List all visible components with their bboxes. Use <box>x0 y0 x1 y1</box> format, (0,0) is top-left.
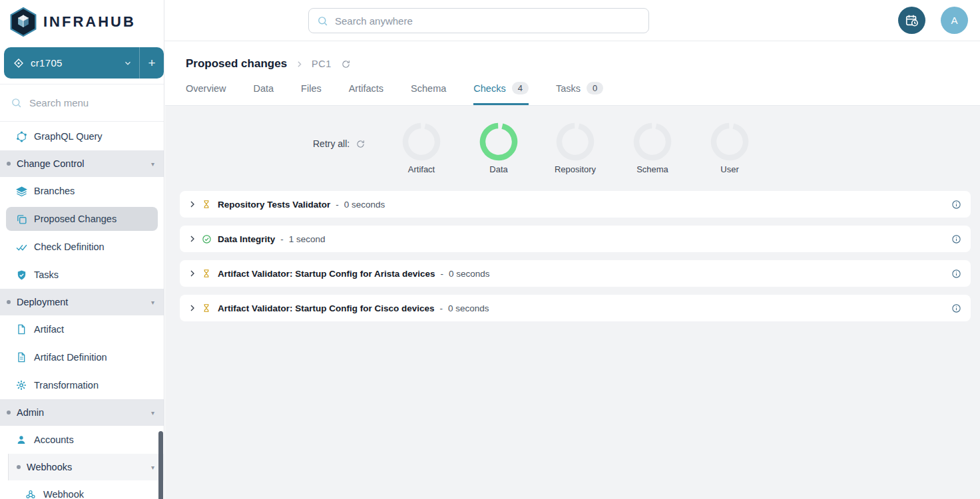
tab-files[interactable]: Files <box>301 75 322 105</box>
progress-ring-icon <box>402 122 441 161</box>
sidebar-scrollbar[interactable] <box>158 431 163 499</box>
sidebar-item-artifact[interactable]: Artifact <box>0 315 164 343</box>
tab-label: Tasks <box>556 83 581 94</box>
tab-label: Files <box>301 83 322 94</box>
category-label: Schema <box>636 164 668 174</box>
check-category-repository[interactable]: Repository <box>556 122 595 174</box>
chevron-right-icon[interactable] <box>187 199 198 210</box>
chevron-right-icon[interactable] <box>187 303 198 313</box>
sidebar-item-label: Artifact <box>34 324 64 335</box>
sidebar-nav: GraphQL Query Change Control ▾ Branches … <box>0 122 164 499</box>
sidebar-search-input[interactable]: Search menu <box>0 84 164 122</box>
global-search-input[interactable]: Search anywhere <box>308 8 649 33</box>
layers-icon <box>16 186 27 197</box>
sidebar-item-label: Tasks <box>34 269 59 280</box>
sidebar-section-change-control[interactable]: Change Control ▾ <box>0 150 164 177</box>
validator-duration: 0 seconds <box>449 269 490 279</box>
sidebar-item-tasks[interactable]: Tasks <box>0 261 164 289</box>
sidebar-search-placeholder: Search menu <box>29 97 89 108</box>
sidebar-item-graphql-query[interactable]: GraphQL Query <box>0 122 164 150</box>
calendar-clock-icon <box>905 13 919 28</box>
tab-label: Schema <box>411 83 446 94</box>
sidebar: INFRAHUB cr1705 + Search menu GraphQL Qu… <box>0 0 164 499</box>
tab-data[interactable]: Data <box>253 75 274 105</box>
refresh-icon[interactable] <box>356 139 366 149</box>
progress-ring-icon <box>633 122 672 161</box>
retry-all: Retry all: <box>313 138 366 149</box>
infrahub-logo-icon <box>9 7 37 37</box>
avatar[interactable]: A <box>941 7 968 34</box>
chevron-right-icon[interactable] <box>187 268 198 279</box>
sidebar-section-deployment[interactable]: Deployment ▾ <box>0 289 164 315</box>
validator-name: Artifact Validator: Startup Config for A… <box>218 269 435 279</box>
topbar: Search anywhere A <box>164 0 980 41</box>
check-category-artifact[interactable]: Artifact <box>402 122 441 174</box>
sidebar-section-admin[interactable]: Admin ▾ <box>0 399 164 426</box>
progress-ring-icon <box>710 122 749 161</box>
tab-overview[interactable]: Overview <box>186 75 226 105</box>
breadcrumb-item[interactable]: PC1 <box>312 59 332 69</box>
copy-icon <box>16 214 27 225</box>
shield-check-icon <box>16 269 27 281</box>
sidebar-item-accounts[interactable]: Accounts <box>0 426 164 454</box>
validator-duration: 0 seconds <box>344 200 385 210</box>
bullet-icon <box>17 465 21 469</box>
create-branch-button[interactable]: + <box>140 56 164 71</box>
time-travel-button[interactable] <box>898 7 925 34</box>
sidebar-section-label: Webhooks <box>27 462 72 472</box>
info-icon[interactable] <box>951 200 961 210</box>
chevron-right-icon <box>295 60 304 69</box>
sidebar-item-label: Check Definition <box>34 242 105 252</box>
chevron-down-icon: ▾ <box>151 464 154 471</box>
sidebar-item-branches[interactable]: Branches <box>0 177 164 205</box>
tab-bar: Overview Data Files Artifacts Schema Che… <box>186 75 603 105</box>
validator-row: Repository Tests Validator - 0 seconds <box>180 191 971 218</box>
branch-selector[interactable]: cr1705 + <box>4 47 164 79</box>
sidebar-item-label: Proposed Changes <box>34 214 117 224</box>
sidebar-section-label: Deployment <box>17 297 68 307</box>
tab-artifacts[interactable]: Artifacts <box>349 75 383 105</box>
sidebar-section-webhooks[interactable]: Webhooks ▾ <box>8 454 164 480</box>
separator: - <box>336 200 339 210</box>
sidebar-item-label: Webhook <box>43 489 84 499</box>
search-icon <box>317 15 328 27</box>
info-icon[interactable] <box>951 269 961 279</box>
sidebar-item-proposed-changes[interactable]: Proposed Changes <box>6 207 158 231</box>
info-icon[interactable] <box>951 303 961 313</box>
sidebar-item-check-definition[interactable]: Check Definition <box>0 233 164 261</box>
validator-row: Artifact Validator: Startup Config for A… <box>180 260 971 287</box>
sidebar-section-label: Admin <box>17 407 44 418</box>
sidebar-item-label: Artifact Definition <box>34 352 107 363</box>
progress-ring-icon <box>556 122 595 161</box>
refresh-icon[interactable] <box>341 59 351 69</box>
tab-checks[interactable]: Checks 4 <box>473 75 529 105</box>
check-category-schema[interactable]: Schema <box>633 122 672 174</box>
separator: - <box>280 234 284 244</box>
tab-label: Checks <box>473 83 505 94</box>
hourglass-icon <box>202 200 212 209</box>
file-icon <box>16 324 27 335</box>
separator: - <box>440 303 443 313</box>
gear-icon <box>16 380 27 391</box>
sidebar-item-artifact-definition[interactable]: Artifact Definition <box>0 343 164 371</box>
tab-tasks[interactable]: Tasks 0 <box>556 75 603 105</box>
category-label: User <box>720 164 738 174</box>
double-check-icon <box>16 242 27 253</box>
check-category-data[interactable]: Data <box>479 122 518 174</box>
chevron-right-icon[interactable] <box>187 234 198 244</box>
tab-label: Data <box>253 83 274 94</box>
file-lines-icon <box>16 352 27 363</box>
validator-row: Artifact Validator: Startup Config for C… <box>180 295 971 321</box>
graphql-icon <box>16 131 27 142</box>
info-icon[interactable] <box>951 234 961 244</box>
tab-schema[interactable]: Schema <box>411 75 446 105</box>
sidebar-item-transformation[interactable]: Transformation <box>0 371 164 399</box>
branch-icon <box>13 58 24 69</box>
sidebar-item-webhook[interactable]: Webhook <box>0 480 164 499</box>
hourglass-icon <box>202 269 212 278</box>
app-logo[interactable]: INFRAHUB <box>0 0 164 41</box>
hourglass-icon <box>202 303 212 313</box>
chevron-down-icon: ▾ <box>151 160 154 168</box>
sidebar-item-label: GraphQL Query <box>34 131 103 142</box>
check-category-user[interactable]: User <box>710 122 749 174</box>
